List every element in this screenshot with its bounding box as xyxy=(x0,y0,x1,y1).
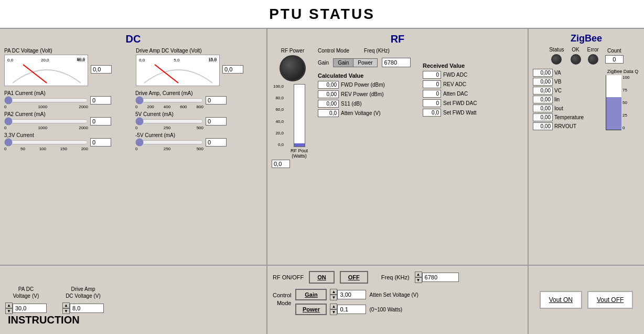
zigbee-va[interactable] xyxy=(533,69,553,77)
drive-amp-current-value[interactable] xyxy=(206,96,227,105)
recv-rev-adc[interactable] xyxy=(423,80,441,88)
freq-down-arrow[interactable]: ▼ xyxy=(415,277,422,283)
calc-fwd-power-label: FWD Power (dBm) xyxy=(341,82,385,88)
rf-section: RF RF Power 100,0 80,0 60,0 40,0 20,0 0,… xyxy=(267,29,529,265)
pa2-current-value[interactable] xyxy=(90,117,111,126)
vm5-slider[interactable] xyxy=(135,139,203,145)
zigbee-section: ZigBee Status OK Error Count xyxy=(529,29,644,265)
calc-row-1: REV Power (dBm) xyxy=(318,90,418,98)
v5-slider[interactable] xyxy=(135,118,203,124)
drive-amp-down-arrow[interactable]: ▼ xyxy=(62,308,70,314)
rf-off-button[interactable]: OFF xyxy=(340,271,368,284)
gain-up-arrow[interactable]: ▲ xyxy=(330,289,337,295)
calc-s11[interactable] xyxy=(318,100,339,108)
power-value-input[interactable] xyxy=(337,305,366,314)
v33-value[interactable] xyxy=(90,138,111,147)
gain-label: Gain xyxy=(318,60,329,66)
zigbee-iout-row: Iout xyxy=(533,105,603,112)
recv-set-fwd-watt[interactable] xyxy=(423,109,441,117)
vout-off-button[interactable]: Vout OFF xyxy=(587,291,633,309)
zigbee-va-label: VA xyxy=(554,70,561,76)
zigbee-vb-label: VB xyxy=(554,79,561,85)
pa-dc-gauge: 0,0 20,0 40,0 60,0 xyxy=(4,55,88,86)
zigbee-iout[interactable] xyxy=(533,105,553,112)
calc-row-3: Atten Voltage (V) xyxy=(318,109,418,117)
drive-amp-gauge: 0,0 5,0 10,0 15,0 xyxy=(136,55,220,86)
pa-dc-bottom-label: PA DCVoltage (V) xyxy=(13,286,39,299)
page-title: PTU STATUS xyxy=(269,6,375,23)
calc-atten[interactable] xyxy=(318,109,339,117)
pa-dc-bottom-value[interactable] xyxy=(13,304,47,313)
rf-power-button[interactable] xyxy=(280,55,306,81)
pa-dc-down-arrow[interactable]: ▼ xyxy=(5,308,13,314)
gain-down-arrow[interactable]: ▼ xyxy=(330,295,337,300)
recv-row-0: FWD ADC xyxy=(423,71,523,79)
power-down-arrow[interactable]: ▼ xyxy=(330,309,337,315)
pa1-current-slider[interactable] xyxy=(4,97,88,103)
freq-up-arrow[interactable]: ▲ xyxy=(415,272,422,277)
v5-value[interactable] xyxy=(206,117,227,126)
gain-button[interactable]: Gain xyxy=(295,289,327,300)
v5-current-label: 5V Current (mA) xyxy=(135,111,262,117)
rf-pout-label: RF Pout (Watts) xyxy=(285,148,314,159)
calc-s11-label: S11 (dB) xyxy=(341,101,361,107)
v33-slider[interactable] xyxy=(4,139,88,145)
zigbee-iout-label: Iout xyxy=(554,106,563,111)
toggle-switch[interactable]: Gain Power xyxy=(333,58,377,67)
pa-dc-voltage-label: PA DC Voltage (Volt) xyxy=(4,48,131,54)
pa-dc-up-arrow[interactable]: ▲ xyxy=(5,302,13,308)
rf-bar-value[interactable] xyxy=(272,160,290,168)
recv-set-fwd-dac[interactable] xyxy=(423,99,441,107)
calc-rev-power[interactable] xyxy=(318,90,339,98)
freq-khz-label: Freq (KHz) xyxy=(364,48,390,54)
power-button-bottom[interactable]: Power xyxy=(295,304,327,315)
zigbee-temp[interactable] xyxy=(533,113,553,121)
vout-on-button[interactable]: Vout ON xyxy=(540,291,582,309)
v33-current-label: 3,3V Current xyxy=(4,132,130,138)
freq-khz-bottom-label: Freq (KHz) xyxy=(381,274,410,280)
rf-on-off-label: RF ON/OFF xyxy=(273,274,304,280)
drive-amp-dc-gauge-group: Drive Amp DC Voltage (Volt) 0,0 5,0 10,0… xyxy=(136,48,262,86)
zigbee-title: ZigBee xyxy=(533,33,640,44)
freq-display[interactable] xyxy=(382,58,411,67)
zigbee-lin[interactable] xyxy=(533,96,553,103)
zigbee-count-value[interactable] xyxy=(605,55,624,64)
zigbee-vc[interactable] xyxy=(533,87,553,95)
zigbee-ok-label: OK xyxy=(572,47,579,53)
freq-bottom-input[interactable] xyxy=(422,273,459,282)
calc-fwd-power[interactable] xyxy=(318,81,339,89)
vm5-current-label: -5V Current (mA) xyxy=(135,132,262,138)
svg-line-1 xyxy=(155,65,178,83)
zigbee-lin-row: lin xyxy=(533,96,603,103)
drive-amp-value[interactable] xyxy=(222,65,243,74)
recv-set-fwd-dac-label: Set FWD DAC xyxy=(443,100,477,106)
vm5-value[interactable] xyxy=(206,138,227,147)
recv-atten-dac[interactable] xyxy=(423,90,441,98)
pa2-current-slider[interactable] xyxy=(4,118,88,124)
rf-on-button[interactable]: ON xyxy=(309,271,335,284)
gain-value-input[interactable] xyxy=(337,290,366,299)
power-option[interactable]: Power xyxy=(353,59,377,67)
gain-option[interactable]: Gain xyxy=(334,59,353,67)
pa1-current-label: PA1 Current (mA) xyxy=(4,90,130,96)
zigbee-temp-label: Temperature xyxy=(554,114,584,120)
dc-section: DC PA DC Voltage (Volt) 0,0 20,0 40,0 60… xyxy=(0,29,267,265)
recv-fwd-adc[interactable] xyxy=(423,71,441,79)
zigbee-error-label: Error xyxy=(587,47,599,53)
bottom-zigbee-section: Vout ON Vout OFF xyxy=(529,266,644,334)
instruction-label: INSTRUCTION xyxy=(8,314,80,326)
drive-amp-up-arrow[interactable]: ▲ xyxy=(62,302,70,308)
pa2-current-label: PA2 Current (mA) xyxy=(4,111,130,117)
zigbee-vb[interactable] xyxy=(533,78,553,86)
zigbee-va-row: VA xyxy=(533,69,603,77)
zigbee-rrvout[interactable] xyxy=(533,122,553,130)
pa1-current-value[interactable] xyxy=(90,96,111,105)
drive-amp-spinbox-group: Drive AmpDC Voltage (V) ▲ ▼ xyxy=(62,286,104,314)
power-up-arrow[interactable]: ▲ xyxy=(330,304,337,309)
zigbee-status-label: Status xyxy=(549,47,564,53)
zigbee-status-led xyxy=(551,54,562,65)
drive-amp-bottom-label: Drive AmpDC Voltage (V) xyxy=(66,286,101,299)
drive-amp-bottom-value[interactable] xyxy=(70,304,104,313)
pa-dc-value[interactable] xyxy=(91,65,112,74)
drive-amp-slider[interactable] xyxy=(135,97,203,103)
